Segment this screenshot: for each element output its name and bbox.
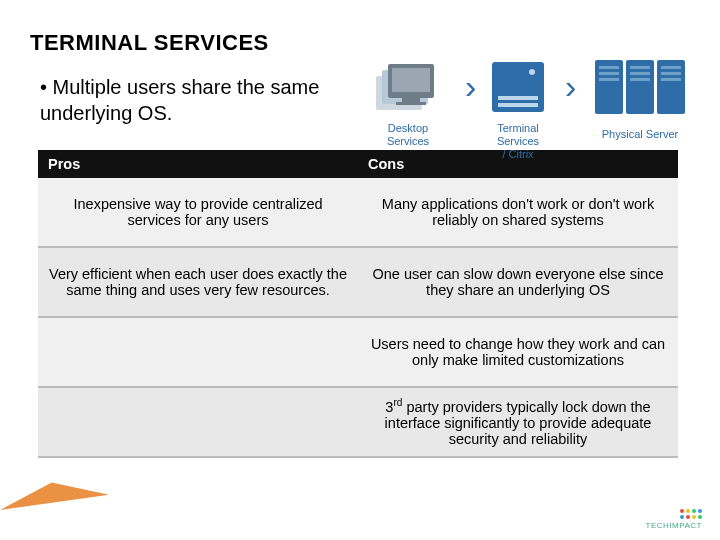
chevron-right-icon: › [465, 67, 476, 105]
table-row: Very efficient when each user does exact… [38, 247, 678, 317]
svg-rect-18 [630, 78, 650, 81]
label-desktop-2: Services [387, 135, 430, 147]
svg-rect-14 [599, 72, 619, 75]
header-pros: Pros [38, 150, 358, 178]
cell-pro: Inexpensive way to provide centralized s… [38, 178, 358, 247]
main-bullet: Multiple users share the same underlying… [40, 74, 380, 126]
svg-rect-17 [630, 72, 650, 75]
architecture-diagram: Desktop Services › Terminal Services / C… [370, 60, 700, 170]
cell-con: Users need to change how they work and c… [358, 317, 678, 387]
svg-rect-8 [498, 96, 538, 100]
svg-rect-5 [396, 102, 426, 105]
label-desktop: Desktop [388, 122, 428, 134]
table-row: 3rd party providers typically lock down … [38, 387, 678, 457]
logo-text: TECHIMPACT [646, 521, 702, 530]
chevron-right-icon-2: › [565, 67, 576, 105]
cell-pro-empty [38, 317, 358, 387]
physical-server-icon [595, 60, 685, 114]
svg-rect-3 [392, 68, 430, 92]
decorative-triangle [0, 475, 109, 510]
svg-point-7 [529, 69, 535, 75]
svg-rect-9 [498, 103, 538, 107]
svg-rect-16 [630, 66, 650, 69]
svg-rect-13 [599, 66, 619, 69]
terminal-server-icon [492, 62, 544, 112]
desktop-stack-icon [376, 64, 434, 110]
slide: TERMINAL SERVICES Multiple users share t… [0, 0, 720, 540]
label-terminal: Terminal [497, 122, 539, 134]
label-physical: Physical Server [602, 128, 679, 140]
svg-rect-20 [661, 72, 681, 75]
svg-rect-19 [661, 66, 681, 69]
cell-pro-empty [38, 387, 358, 457]
cell-con: 3rd party providers typically lock down … [358, 387, 678, 457]
table-row: Inexpensive way to provide centralized s… [38, 178, 678, 247]
cell-pro: Very efficient when each user does exact… [38, 247, 358, 317]
page-title: TERMINAL SERVICES [30, 30, 690, 56]
svg-rect-15 [599, 78, 619, 81]
cell-con: Many applications don't work or don't wo… [358, 178, 678, 247]
logo-dots-icon [646, 509, 702, 519]
label-terminal-3: / Citrix [502, 148, 534, 160]
logo: TECHIMPACT [646, 509, 702, 530]
pros-cons-table: Pros Cons Inexpensive way to provide cen… [38, 150, 678, 458]
table-row: Users need to change how they work and c… [38, 317, 678, 387]
svg-rect-21 [661, 78, 681, 81]
cell-con: One user can slow down everyone else sin… [358, 247, 678, 317]
label-terminal-2: Services [497, 135, 540, 147]
svg-rect-4 [402, 98, 420, 102]
